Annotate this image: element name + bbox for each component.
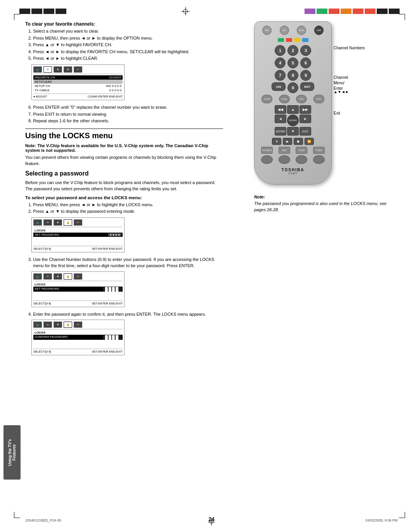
menu-row-tvcable: TV CABLE0 0 0 0 0 bbox=[33, 88, 123, 92]
menu-footer-3: SELECT:[0-9]SET-ENTER END-EXIT bbox=[33, 301, 123, 305]
clear-favorites-section: To clear your favorite channels: 1. Sele… bbox=[25, 21, 223, 125]
btn-red2[interactable]: RED bbox=[279, 147, 290, 154]
btn-5[interactable]: 5 bbox=[287, 57, 298, 68]
btn-bottom-1[interactable] bbox=[261, 155, 273, 164]
mi-fav2: ★ bbox=[54, 219, 62, 226]
btn-bottom-3[interactable] bbox=[296, 155, 307, 164]
dpad-bot-row: ENTER ▼ EXIT bbox=[275, 127, 311, 136]
mi-ch2: ≡ bbox=[43, 219, 52, 226]
top-right-blocks bbox=[305, 9, 400, 14]
step-1: 1. Select a channel you want to clear. bbox=[28, 28, 223, 35]
btn-ch-up[interactable]: CH▲ bbox=[279, 95, 290, 103]
pw-step-3: 3. Use the Channel Number buttons (0-9) … bbox=[28, 256, 223, 269]
note-italic-text: Note: The password you programmed is als… bbox=[254, 194, 398, 213]
block2 bbox=[31, 9, 42, 14]
menu-icon-menu: ☰ bbox=[64, 66, 72, 73]
remote-color-buttons bbox=[258, 38, 327, 42]
mi-back4: ↩ bbox=[74, 322, 82, 328]
btn-9[interactable]: 9 bbox=[300, 70, 311, 81]
menu-icon-fav: ★ bbox=[54, 66, 62, 73]
btn-2[interactable]: 2 bbox=[287, 45, 298, 56]
annotation-ch-menu: ChannelMenu/Enter bbox=[334, 75, 348, 91]
mi-back3: ↩ bbox=[74, 273, 82, 280]
footer-left: J3S40121B(E)_P24-30 bbox=[25, 518, 61, 522]
menu-row-setclear: SET/CLEAR bbox=[33, 80, 123, 84]
btn-ent[interactable]: ENT bbox=[300, 82, 314, 91]
btn-parental[interactable]: PAR bbox=[262, 26, 272, 35]
dpad-top-row: ◀◀ ▲ ▶▶ bbox=[275, 105, 311, 114]
password-heading: Selecting a password bbox=[25, 170, 223, 177]
btn-mute[interactable]: MUTE bbox=[297, 26, 306, 35]
btn-right[interactable]: ► bbox=[300, 115, 311, 123]
btn-red[interactable] bbox=[286, 38, 292, 42]
btn-blue[interactable] bbox=[302, 38, 308, 42]
btn-0[interactable]: 0 bbox=[287, 82, 298, 93]
menu-locks-label-2: LOCKS bbox=[33, 228, 123, 233]
btn-bottom-4[interactable] bbox=[313, 155, 325, 164]
btn-6[interactable]: 6 bbox=[300, 57, 311, 68]
num-row-1: 1 2 3 bbox=[258, 45, 327, 56]
btn-ff[interactable]: ⏩ bbox=[305, 138, 314, 145]
btn-3[interactable]: 3 bbox=[300, 45, 311, 56]
menu-row-highlighted: FAVORITE CHCH EDIT bbox=[33, 75, 123, 80]
btn-down[interactable]: ▼ bbox=[287, 127, 299, 136]
btn-enter-l[interactable]: ENTER bbox=[275, 127, 286, 136]
menu-spacer-3 bbox=[33, 292, 123, 299]
bottom-crosshair bbox=[208, 518, 215, 525]
btn-4[interactable]: 4 bbox=[275, 57, 286, 68]
btn-left-outer[interactable]: ◀◀ bbox=[275, 105, 286, 114]
step-6: 6. Press ENTER until "0" replaces the ch… bbox=[28, 104, 223, 111]
btn-recall[interactable]: RCL bbox=[280, 26, 289, 35]
menu-footer-1: ● ADJUSTCLEAR-ENTER END-EXIT bbox=[33, 94, 123, 98]
black-block2 bbox=[389, 9, 400, 14]
btn-enter-center[interactable]: ENTER bbox=[287, 115, 299, 126]
btn-tuner[interactable]: TUNER bbox=[313, 147, 325, 154]
remote-brand: TOSHIBA bbox=[258, 168, 327, 172]
menu-icon-tv: 📺 bbox=[33, 66, 42, 73]
menu-setpw-row-2: SET PASSWORD ● ● ● ● bbox=[33, 233, 123, 237]
menu-spacer-2 bbox=[33, 237, 123, 245]
block1 bbox=[19, 9, 30, 14]
red-block1 bbox=[329, 9, 339, 14]
transport-row: ⏸ ▶ ⏹ ⏩ bbox=[258, 138, 327, 145]
menu-pw-dots-2: ● ● ● ● bbox=[108, 233, 121, 236]
step-4: 4. Press ◄ or ► to display the FAVORITE … bbox=[28, 49, 223, 56]
btn-100[interactable]: 100 bbox=[272, 82, 286, 91]
mi-ch3: ≡ bbox=[43, 273, 52, 280]
note-area: Note: The password you programmed is als… bbox=[254, 192, 398, 215]
btn-8[interactable]: 8 bbox=[287, 70, 298, 81]
menu-row-setupch: SETUP CH002 0 0 0 0 bbox=[33, 84, 123, 88]
bottom-btn-row-1: TOP MENU RED CLEAR TUNER bbox=[258, 147, 327, 154]
btn-green[interactable] bbox=[278, 38, 284, 42]
dpad-mid-row: ◄ ENTER ► bbox=[275, 115, 311, 126]
btn-up[interactable]: ▲ bbox=[287, 105, 299, 114]
btn-exit[interactable]: EXIT bbox=[300, 127, 311, 136]
pw-step-4: 4. Enter the password again to confirm i… bbox=[28, 311, 223, 318]
btn-yellow[interactable] bbox=[294, 38, 300, 42]
btn-7[interactable]: 7 bbox=[275, 70, 286, 81]
btn-vol[interactable]: VOL bbox=[296, 95, 307, 103]
btn-pause[interactable]: ⏸ bbox=[272, 138, 281, 145]
btn-stop[interactable]: ⏹ bbox=[294, 138, 303, 145]
btn-dvd[interactable]: DVD bbox=[313, 95, 324, 103]
remote-area: PAR RCL MUTE PWR 1 2 3 bbox=[254, 21, 398, 184]
purple-block bbox=[305, 9, 315, 14]
btn-vilsat[interactable]: VIL/SAT bbox=[261, 95, 272, 103]
btn-right-outer[interactable]: ▶▶ bbox=[300, 105, 311, 114]
btn-clear[interactable]: CLEAR bbox=[296, 147, 307, 154]
btn-left[interactable]: ◄ bbox=[275, 115, 286, 123]
numpad-area: 1 2 3 4 5 6 7 8 9 100 bbox=[258, 45, 327, 93]
btn-power[interactable]: PWR bbox=[314, 26, 324, 35]
pw-step-2: 2. Press ▲ or ▼ to display the password … bbox=[28, 208, 223, 215]
right-column: PAR RCL MUTE PWR 1 2 3 bbox=[254, 21, 398, 215]
menu-locks-label-3: LOCKS bbox=[33, 282, 123, 287]
btn-1[interactable]: 1 bbox=[275, 45, 286, 56]
btn-bottom-2[interactable] bbox=[279, 155, 290, 164]
btn-play[interactable]: ▶ bbox=[283, 138, 292, 145]
corner-tl bbox=[14, 14, 20, 20]
sidebar-tab-text: Using the TV'sFeatures bbox=[8, 439, 16, 466]
menu-icon-back: ↩ bbox=[74, 66, 82, 73]
btn-topmenu[interactable]: TOP MENU bbox=[261, 147, 273, 154]
locks-intro: You can prevent others from viewing cert… bbox=[25, 154, 223, 167]
menu-confirmpw-row: CONFIRM PASSWORD ████ bbox=[33, 335, 123, 340]
